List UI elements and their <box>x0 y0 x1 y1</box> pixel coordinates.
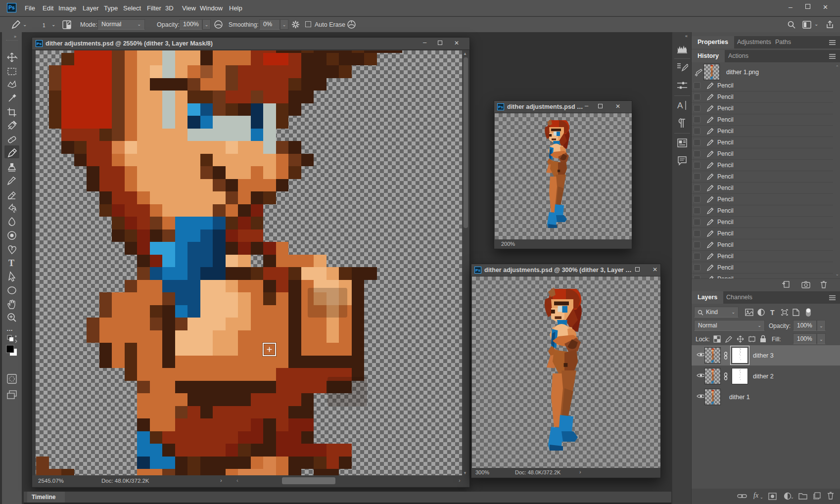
svg-text:A: A <box>677 101 683 110</box>
svg-text:T: T <box>8 258 14 268</box>
svg-text:T: T <box>770 309 775 316</box>
